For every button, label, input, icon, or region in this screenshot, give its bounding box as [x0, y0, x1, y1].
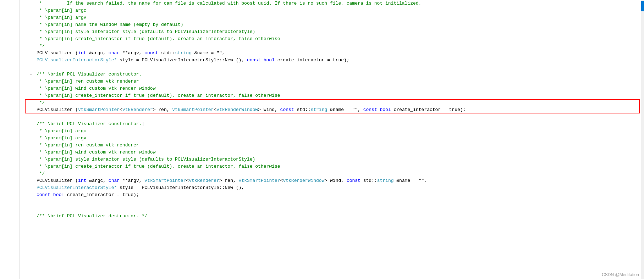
indent-guide — [35, 57, 35, 63]
indent-guide — [35, 29, 35, 35]
indent-guide — [35, 192, 35, 198]
code-line: * \param[in] create_interactor if true (… — [28, 35, 644, 43]
code-line: PCLVisualizer (int &argc, char **argv, v… — [28, 177, 644, 184]
code-token: < — [186, 178, 189, 183]
line-number — [0, 206, 16, 213]
fold-gutter — [28, 85, 33, 93]
code-line: * \param[in] style interactor style (def… — [28, 156, 644, 163]
fold-gutter — [28, 128, 33, 135]
code-token: std:: — [360, 178, 377, 183]
code-token: PCLVisualizerInteractorStyle* — [37, 185, 117, 190]
code-token: < — [120, 107, 122, 112]
code-token: * \param[in] wind custom vtk render wind… — [37, 86, 155, 91]
code-token: style = PCLVisualizerInteractorStyle::Ne… — [117, 185, 244, 190]
indent-guide — [35, 50, 35, 56]
code-token: * If the search failed, the name for cam… — [37, 1, 283, 6]
code-line — [28, 206, 644, 213]
code-token: * \param[in] name — [37, 22, 89, 27]
code-line: * \param[in] name the window name (empty… — [28, 21, 644, 28]
code-token: */ — [37, 43, 45, 49]
line-number — [0, 71, 16, 78]
line-number — [0, 156, 16, 163]
line-number — [0, 78, 16, 85]
line-number — [0, 177, 16, 184]
code-token: vtkSmartPointer — [78, 107, 120, 112]
code-line: /** \brief PCL Visualizer destructor. */ — [28, 213, 644, 220]
code-token: vtkRenderer — [122, 107, 153, 112]
code-token: * \param[in] wind custom vtk render wind… — [37, 150, 155, 155]
editor-container: * If the search failed, the name for cam… — [0, 0, 644, 279]
code-token: char — [109, 178, 120, 183]
code-token: PCLVisualizer ( — [37, 178, 78, 183]
code-token: * \param[in] ren custom vtk renderer — [37, 143, 139, 148]
fold-gutter — [28, 163, 33, 171]
code-token: const — [247, 57, 261, 63]
code-line — [28, 199, 644, 206]
code-token: > wind, — [258, 107, 280, 112]
fold-gutter — [28, 114, 33, 121]
code-token: there — [283, 1, 297, 6]
scrollbar-thumb[interactable] — [641, 1, 644, 11]
code-line: * \param[in] argv — [28, 135, 644, 142]
code-token: const — [37, 192, 50, 197]
line-number — [0, 121, 16, 128]
code-line: * \param[in] wind custom vtk render wind… — [28, 149, 644, 156]
fold-gutter — [28, 43, 33, 50]
code-token: PCLVisualizer ( — [37, 107, 78, 112]
line-number — [0, 191, 16, 199]
code-token: bool — [53, 192, 64, 197]
line-number — [0, 7, 16, 14]
fold-gutter — [28, 22, 33, 29]
fold-gutter — [28, 142, 33, 149]
code-line: * \param[in] argc — [28, 7, 644, 14]
code-token: const — [347, 178, 360, 183]
fold-gutter — [28, 93, 33, 100]
indent-guide — [35, 85, 35, 92]
fold-gutter — [28, 29, 33, 36]
code-area[interactable]: * If the search failed, the name for cam… — [25, 0, 644, 279]
line-number — [0, 85, 16, 92]
indent-guide — [35, 71, 35, 78]
fold-gutter — [28, 78, 33, 85]
code-token: is no — [297, 1, 316, 6]
indent-guide — [35, 36, 35, 42]
line-number — [0, 142, 16, 149]
code-token: file, camera is not initilalized. — [327, 1, 421, 6]
code-token: * \param[in] create_interactor if true (… — [37, 36, 280, 41]
fold-gutter — [28, 135, 33, 142]
line-number — [0, 21, 16, 28]
code-token: /** \brief PCL Visualizer destructor. */ — [37, 213, 147, 219]
code-token: const — [144, 50, 158, 56]
code-line: PCLVisualizerInteractorStyle* style = PC… — [28, 57, 644, 64]
code-line: −/** \brief PCL Visualizer constructor. — [28, 71, 644, 78]
code-line: * \param[in] argc — [28, 128, 644, 135]
code-token: string — [310, 107, 327, 112]
code-token: style = PCLVisualizerInteractorStyle::Ne… — [117, 57, 247, 63]
line-number — [0, 50, 16, 57]
code-token: vtkRenderWindow — [283, 178, 324, 183]
indent-guide — [35, 156, 35, 163]
code-token: the — [89, 22, 97, 27]
code-token: int — [78, 50, 86, 56]
fold-gutter — [28, 199, 33, 206]
code-line: */ — [28, 43, 644, 50]
indent-guide — [35, 107, 35, 113]
code-token: /** \brief PCL Visualizer constructor. — [37, 121, 142, 127]
code-line: * \param[in] ren custom vtk renderer — [28, 142, 644, 149]
code-token: &argc, — [86, 178, 108, 183]
code-token: * \param[in] style interactor style (def… — [37, 157, 255, 162]
fold-gutter — [28, 100, 33, 107]
code-token: int — [78, 178, 86, 183]
fold-gutter[interactable]: − — [28, 71, 33, 78]
code-token: < — [214, 107, 216, 112]
fold-gutter[interactable]: − — [28, 121, 33, 128]
scrollbar[interactable] — [641, 0, 644, 279]
code-token: &name = "", — [394, 178, 427, 183]
fold-gutter — [28, 0, 33, 7]
code-token: const — [363, 107, 377, 112]
line-number — [0, 99, 16, 106]
line-number — [0, 28, 16, 35]
line-number — [0, 14, 16, 21]
code-token: * \param[in] argc — [37, 8, 86, 13]
code-line: */ — [28, 170, 644, 177]
